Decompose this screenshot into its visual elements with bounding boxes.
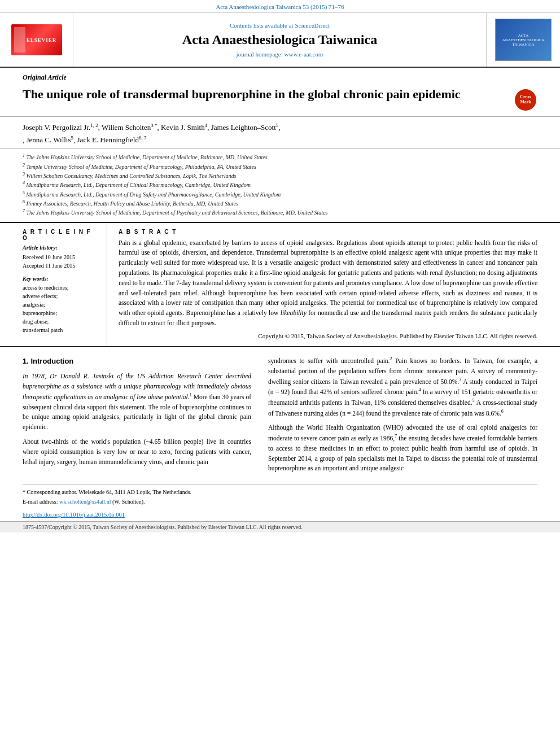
top-citation-bar: Acta Anaesthesiologica Taiwanica 53 (201… — [0, 0, 560, 13]
authors-section: Joseph V. Pergolizzi Jr.1, 2, Willem Sch… — [0, 117, 560, 149]
doi-link[interactable]: http://dx.doi.org/10.1016/j.aat.2015.06.… — [0, 509, 560, 519]
article-type-label: Original Article — [23, 73, 67, 81]
email-address[interactable]: wk.scholten@xs4all.nl — [59, 499, 111, 505]
article-title: The unique role of transdermal buprenorp… — [23, 86, 515, 103]
article-info-heading: A R T I C L E I N F O — [23, 229, 98, 241]
article-info-column: A R T I C L E I N F O Article history: R… — [0, 223, 107, 347]
right-paragraph-2: Although the World Health Organization (… — [268, 423, 537, 474]
right-para1-sup5: 6 — [501, 409, 504, 414]
keyword-item: buprenorphine; — [23, 309, 98, 317]
elsevier-logo: ELSEVIER — [11, 24, 62, 55]
intro-paragraph-1: In 1978, Dr Donald R. Jasinski of the US… — [23, 372, 251, 433]
contents-line: Contents lists available at ScienceDirec… — [230, 22, 330, 29]
author-6: , Jack E. Henningfield — [73, 136, 139, 144]
cover-text: ACTA ANAESTHESIOLOGICA TAIWANICA — [497, 33, 549, 47]
journal-header: ELSEVIER Contents lists available at Sci… — [0, 13, 560, 68]
author-4: , James Leighton–Scott — [207, 123, 276, 132]
abstract-text: Pain is a global epidemic, exacerbated b… — [119, 238, 537, 329]
article-type: Original Article — [0, 68, 560, 84]
keyword-item: access to medicines; — [23, 283, 98, 292]
main-content-area: A R T I C L E I N F O Article history: R… — [0, 223, 560, 347]
received-date: Received 10 June 2015 — [23, 253, 98, 261]
homepage-label: journal homepage: — [237, 51, 283, 58]
keyword-item: transdermal patch — [23, 326, 98, 334]
author-1-sup: 1, 2 — [90, 123, 98, 128]
affiliations-section: 1 The Johns Hopkins University School of… — [0, 149, 560, 222]
affiliation-item: 6 Pinney Associates, Research, Health Po… — [23, 199, 537, 208]
crossmark-label: CrossMark — [520, 95, 531, 105]
keyword-item: adverse effects; — [23, 292, 98, 300]
affiliation-item: 1 The Johns Hopkins University School of… — [23, 152, 537, 161]
author-1: Joseph V. Pergolizzi Jr. — [23, 123, 90, 132]
abstract-column: A B S T R A C T Pain is a global epidemi… — [107, 223, 560, 347]
intro-heading-text: 1. Introduction — [23, 357, 73, 365]
body-left-column: 1. Introduction In 1978, Dr Donald R. Ja… — [0, 352, 260, 484]
email-note: E-mail address: wk.scholten@xs4all.nl (W… — [23, 497, 537, 506]
journal-cover-section: ACTA ANAESTHESIOLOGICA TAIWANICA — [487, 13, 560, 67]
bottom-bar-text: 1875-4597/Copyright © 2015, Taiwan Socie… — [23, 524, 303, 530]
author-3: , Kevin J. Smith — [158, 123, 205, 132]
keyword-item: drug abuse; — [23, 317, 98, 326]
bottom-bar: 1875-4597/Copyright © 2015, Taiwan Socie… — [0, 521, 560, 532]
copyright-text: Copyright © 2015, Taiwan Society of Anes… — [119, 332, 537, 340]
intro-heading: 1. Introduction — [23, 356, 251, 367]
affiliation-item: 5 Mundipharma Research, Ltd., Department… — [23, 190, 537, 199]
affiliation-item: 4 Mundipharma Research, Ltd., Department… — [23, 180, 537, 189]
affiliation-item: 7 The Johns Hopkins University School of… — [23, 208, 537, 217]
abstract-heading: A B S T R A C T — [119, 229, 537, 235]
journal-header-center: Contents lists available at ScienceDirec… — [73, 13, 487, 67]
article-title-section: The unique role of transdermal buprenorp… — [0, 84, 560, 117]
corresponding-text: * Corresponding author. Wielsekade 64, 3… — [23, 489, 191, 495]
keywords-list: access to medicines;adverse effects;anal… — [23, 283, 98, 334]
author-2-sup: 3 * — [151, 123, 157, 128]
elsevier-logo-section: ELSEVIER — [0, 13, 73, 67]
journal-homepage: journal homepage: www.e-aat.com — [237, 51, 323, 58]
right-para1-text: syndromes to suffer with uncontrolled pa… — [268, 357, 390, 364]
contents-label: Contents lists available at — [230, 22, 294, 29]
crossmark-icon: CrossMark — [515, 89, 536, 111]
science-direct-link[interactable]: ScienceDirect — [295, 22, 330, 29]
abstract-body: Pain is a global epidemic, exacerbated b… — [119, 239, 537, 327]
email-label: E-mail address: — [23, 499, 58, 505]
keyword-item: analgesia; — [23, 300, 98, 309]
intro-paragraph-2: About two-thirds of the world's populati… — [23, 437, 251, 467]
citation-text: Acta Anaesthesiologica Taiwanica 53 (201… — [216, 3, 344, 10]
elsevier-label: ELSEVIER — [27, 37, 57, 43]
accepted-date: Accepted 11 June 2015 — [23, 261, 98, 270]
history-label: Article history: — [23, 244, 98, 251]
body-right-column: syndromes to suffer with uncontrolled pa… — [260, 352, 560, 484]
email-suffix: (W. Scholten). — [112, 499, 145, 505]
journal-cover-image: ACTA ANAESTHESIOLOGICA TAIWANICA — [495, 19, 552, 61]
homepage-url[interactable]: www.e-aat.com — [285, 51, 323, 58]
affiliation-item: 3 Willem Scholten Consultancy, Medicines… — [23, 171, 537, 180]
crossmark-badge: CrossMark — [515, 89, 537, 112]
journal-title: Acta Anaesthesiologica Taiwanica — [182, 32, 377, 47]
author-5: , Jenna C. Willis — [23, 136, 71, 144]
author-6-sup: 6, 7 — [139, 135, 147, 141]
right-paragraph-1: syndromes to suffer with uncontrolled pa… — [268, 356, 537, 418]
body-section: 1. Introduction In 1978, Dr Donald R. Ja… — [0, 347, 560, 484]
elsevier-logo-image: ELSEVIER — [11, 24, 62, 55]
author-2: , Willem Scholten — [98, 123, 151, 132]
corresponding-author-note: * Corresponding author. Wielsekade 64, 3… — [23, 488, 537, 496]
intro-para2-text: About two-thirds of the world's populati… — [23, 438, 251, 465]
footnotes-section: * Corresponding author. Wielsekade 64, 3… — [23, 484, 537, 509]
keywords-label: Key words: — [23, 276, 98, 282]
affiliation-item: 2 Temple University School of Medicine, … — [23, 162, 537, 171]
